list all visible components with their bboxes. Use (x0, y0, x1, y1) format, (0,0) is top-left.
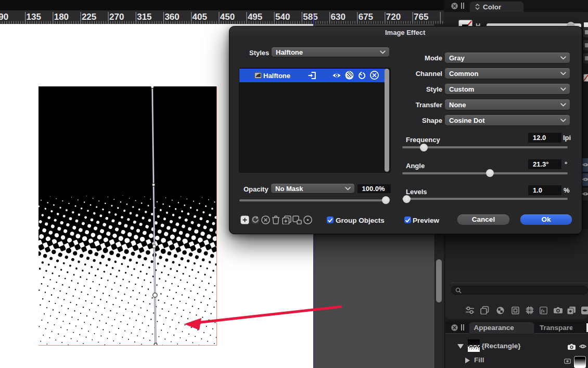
svg-text:450: 450 (220, 12, 235, 22)
svg-text:180: 180 (54, 12, 69, 22)
svg-text:315: 315 (137, 12, 151, 22)
svg-text:720: 720 (386, 12, 401, 22)
svg-text:360: 360 (164, 12, 179, 22)
svg-text:90: 90 (0, 12, 8, 22)
svg-text:270: 270 (109, 12, 124, 22)
svg-text:fx: fx (541, 308, 545, 313)
svg-text:765: 765 (414, 12, 428, 22)
svg-text:495: 495 (248, 12, 262, 22)
svg-text:630: 630 (331, 12, 346, 22)
svg-text:135: 135 (27, 12, 41, 22)
svg-text:585: 585 (303, 12, 317, 22)
svg-text:540: 540 (275, 12, 290, 22)
svg-text:405: 405 (193, 12, 207, 22)
svg-text:225: 225 (82, 12, 96, 22)
svg-text:675: 675 (359, 12, 373, 22)
